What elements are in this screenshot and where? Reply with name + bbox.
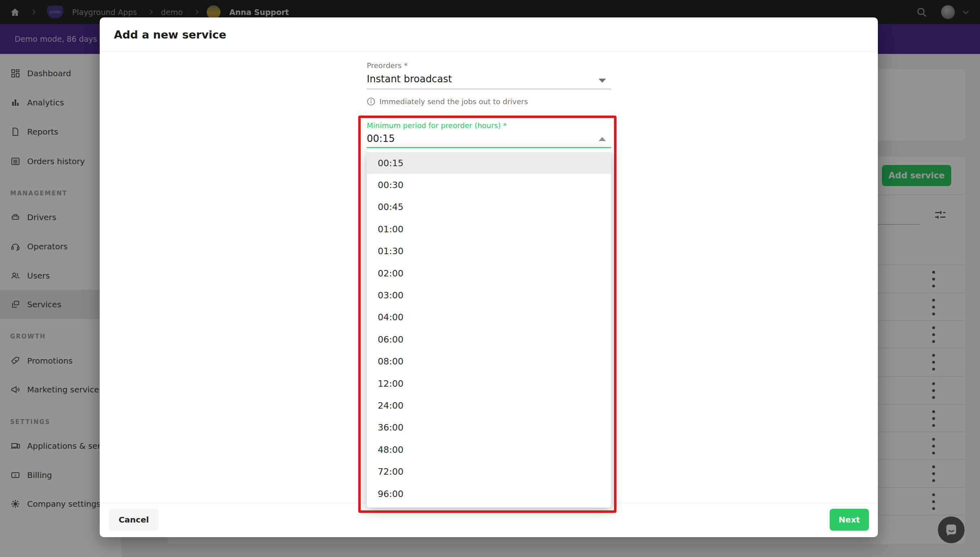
dropdown-option[interactable]: 01:30 [367, 240, 611, 262]
dropdown-option[interactable]: 00:45 [367, 196, 611, 218]
select-arrow-up-icon[interactable] [599, 137, 606, 141]
dropdown-option[interactable]: 08:00 [367, 351, 611, 373]
cancel-button[interactable]: Cancel [109, 509, 158, 531]
dropdown-option[interactable]: 00:15 [367, 152, 611, 174]
dropdown-option[interactable]: 24:00 [367, 394, 611, 416]
dropdown-option[interactable]: 04:00 [367, 306, 611, 328]
dropdown-option[interactable]: 72:00 [367, 461, 611, 482]
add-service-modal: Add a new service Preorders * Instant br… [100, 17, 878, 537]
preorders-underline [367, 89, 611, 89]
dropdown-option[interactable]: 48:00 [367, 439, 611, 461]
preorders-select[interactable]: Instant broadcast [367, 73, 452, 85]
info-icon [367, 97, 375, 106]
modal-header: Add a new service [100, 17, 878, 52]
preorders-hint: Immediately send the jobs out to drivers [367, 97, 528, 106]
preorders-hint-text: Immediately send the jobs out to drivers [379, 97, 528, 106]
dropdown-option[interactable]: 00:30 [367, 174, 611, 196]
dropdown-option[interactable]: 01:00 [367, 218, 611, 240]
min-period-underline-focused [367, 147, 611, 148]
select-arrow-down-icon[interactable] [599, 79, 606, 83]
min-period-select[interactable]: 00:15 [367, 133, 395, 144]
dropdown-option[interactable]: 06:00 [367, 328, 611, 350]
dropdown-option[interactable]: 96:00 [367, 483, 611, 505]
app-screen: onde Playground Apps demo Anna Support D… [0, 0, 980, 557]
next-button[interactable]: Next [830, 509, 869, 531]
dropdown-option[interactable]: 02:00 [367, 262, 611, 284]
dropdown-option[interactable]: 12:00 [367, 373, 611, 394]
dropdown-option[interactable]: 36:00 [367, 417, 611, 439]
dropdown-option[interactable]: 03:00 [367, 284, 611, 306]
preorders-label: Preorders * [367, 61, 408, 70]
min-period-label: Minimum period for preorder (hours) * [367, 121, 507, 130]
min-period-dropdown: 00:1500:3000:4501:0001:3002:0003:0004:00… [367, 149, 611, 508]
modal-title: Add a new service [114, 28, 226, 41]
